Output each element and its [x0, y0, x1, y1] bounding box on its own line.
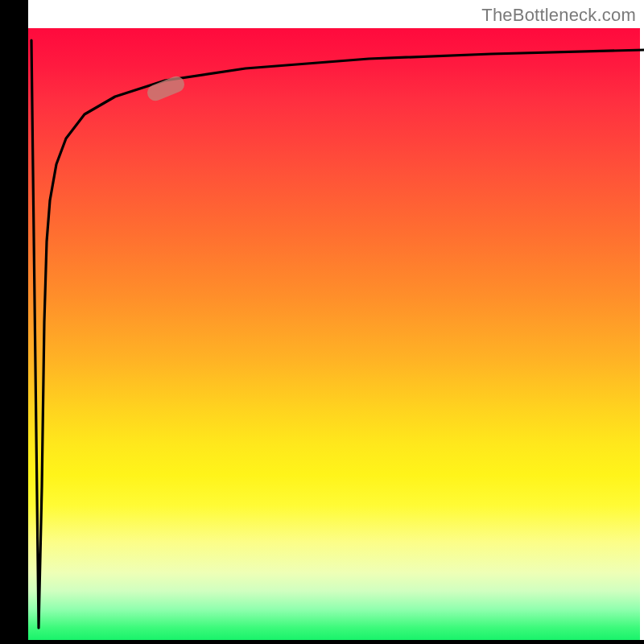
watermark-text: TheBottleneck.com	[481, 5, 636, 26]
bottleneck-curve	[31, 40, 644, 628]
curve-layer	[0, 0, 644, 644]
chart-frame: TheBottleneck.com	[0, 0, 644, 644]
